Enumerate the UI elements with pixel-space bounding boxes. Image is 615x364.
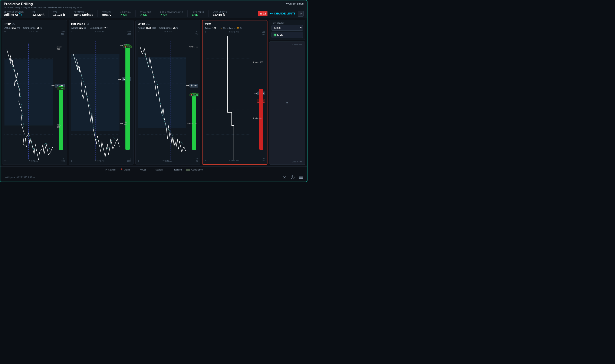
rop-unit: ft/h bbox=[12, 23, 15, 26]
alert-badge-button[interactable]: ⚠ 12 bbox=[258, 11, 268, 16]
svg-marker-40 bbox=[256, 93, 257, 94]
md-value: 12,420 ft bbox=[32, 13, 44, 16]
diffpress-actual-label: Actual: bbox=[71, 26, 78, 29]
live-label: LIVE bbox=[277, 33, 283, 36]
rpm-title: RPM bbox=[205, 23, 211, 26]
rop-chart-svg bbox=[4, 33, 53, 160]
svg-marker-28 bbox=[189, 46, 190, 48]
chart-panels: ROP ft/h Actual: 250 ft/h Compliance: 75… bbox=[2, 20, 267, 165]
rop-axis-max-top: 500 bbox=[62, 30, 65, 33]
rop-chart-main bbox=[4, 33, 53, 160]
settings-button[interactable]: ⚙ bbox=[298, 11, 304, 17]
wob-bar-col: Max.: 55 🏳 40 📍 bbox=[187, 33, 198, 160]
legend-predicted-label: Predicted bbox=[173, 169, 182, 171]
live-indicator bbox=[274, 34, 276, 36]
diffpress-actual-unit: psi bbox=[83, 27, 86, 29]
setpoint-source-label: Setpoint Source bbox=[4, 11, 24, 13]
diffpress-bar-axis-zero: 0 bbox=[130, 158, 131, 160]
wob-chart-svg bbox=[138, 33, 186, 160]
rpm-chart-main bbox=[205, 33, 250, 160]
hamburger-icon bbox=[299, 176, 303, 179]
tvd-stat: TVD 11,123 ft bbox=[53, 11, 65, 16]
rpm-chart-container: Max.: 100 🏳 80 bbox=[205, 33, 265, 160]
diffpress-time-bottom: 0 7:40:40 AM 1000 bbox=[71, 160, 131, 162]
wob-chart-wrapper: 0 7:35:40 AM 70 bbox=[138, 30, 198, 162]
rop-bar-axis-zero: 0 bbox=[63, 158, 64, 160]
diffpress-panel: Diff Press psi Actual: 825 psi Complianc… bbox=[69, 20, 134, 165]
activity-label: Activity bbox=[102, 11, 111, 13]
hamburger-menu-button[interactable] bbox=[298, 174, 304, 180]
stickslip-value: ON bbox=[140, 13, 151, 16]
legend-setpoint-line: Setpoint bbox=[150, 169, 163, 171]
svg-point-43 bbox=[284, 176, 285, 178]
rop-time-bottom: 0 7:40:40 AM 500 bbox=[4, 160, 65, 162]
rop-axis-zero-top: 0 bbox=[4, 30, 6, 33]
diffpress-compliance-unit: % bbox=[106, 27, 108, 29]
info-icon[interactable]: i bbox=[19, 13, 22, 16]
diffpress-title: Diff Press bbox=[71, 22, 85, 26]
vibration-stat: Vibration ON bbox=[120, 11, 131, 16]
wob-chart-container: Max.: 55 🏳 40 📍 bbox=[138, 33, 198, 160]
flag-legend-icon: 🏳 bbox=[105, 169, 107, 171]
svg-marker-30 bbox=[188, 85, 189, 86]
setpoint-source-stat: Setpoint Source Drilling AI i bbox=[4, 11, 24, 16]
diffpress-compliance-label: Compliance: bbox=[90, 26, 103, 29]
rop-bar-axis-max: 500 bbox=[61, 33, 64, 35]
setpoint-source-value: Drilling AI bbox=[4, 13, 18, 16]
legend-actual-line: Actual bbox=[135, 169, 146, 171]
wob-limit-max: Max.: 55 bbox=[190, 46, 198, 48]
menu-button[interactable]: ≡ bbox=[286, 101, 288, 105]
live-button[interactable]: LIVE bbox=[272, 32, 303, 38]
rop-title: ROP bbox=[4, 22, 11, 26]
diffpress-actual-badge: 📍 825 bbox=[123, 45, 131, 48]
rop-compliance-unit: % bbox=[40, 27, 42, 29]
tvd-label: TVD bbox=[53, 11, 65, 13]
rpm-stats: Actual: 160 ⚠ Compliance: 80 % bbox=[205, 27, 265, 30]
rop-limit-max: Max.: 450 bbox=[57, 46, 65, 50]
rop-bar-col: Max.: 450 🏳 325 bbox=[54, 33, 65, 160]
wob-time-row: 0 7:35:40 AM 70 bbox=[138, 30, 198, 33]
diffpress-bar-col: Max.: 925 🏳 850 � bbox=[120, 33, 131, 160]
rop-chart-wrapper: 0 7:35:40 AM 500 bbox=[4, 30, 65, 162]
wob-stats: Actual: 31.76 klbs Compliance: 75 % bbox=[138, 26, 198, 29]
diffpress-compliance-value: 77 bbox=[103, 26, 106, 29]
rpm-bar-axis-max: 150 bbox=[261, 33, 264, 36]
legend-actual-line-label: Actual bbox=[140, 169, 146, 171]
svg-marker-38 bbox=[253, 62, 254, 63]
gear-icon: ⚙ bbox=[300, 12, 302, 15]
svg-marker-42 bbox=[253, 117, 254, 119]
svg-marker-32 bbox=[189, 123, 190, 124]
divider1 bbox=[28, 11, 28, 17]
diffpress-actual-value: 825 bbox=[79, 26, 83, 29]
rop-time-row: 0 7:35:40 AM 500 bbox=[4, 30, 65, 33]
rop-time-end: 7:40:40 AM bbox=[29, 160, 39, 162]
rop-compliance-label: Compliance: bbox=[23, 26, 36, 29]
divider6 bbox=[135, 11, 136, 17]
company-name: Western Rose bbox=[286, 2, 304, 5]
user-icon-button[interactable] bbox=[282, 174, 288, 180]
rop-axis-zero-bot: 0 bbox=[4, 160, 6, 162]
change-limits-button[interactable]: ✏ CHANGE LIMITS bbox=[270, 12, 296, 15]
rpm-bar-axis-zero: 0 bbox=[263, 157, 264, 160]
warning-triangle-icon: ⚠ bbox=[220, 27, 222, 29]
formation-value: Bone Springs bbox=[74, 13, 93, 16]
user-icon bbox=[283, 175, 287, 179]
diffpress-time-row: 0 7:35:40 AM 1000 bbox=[71, 30, 131, 33]
rop-stats: Actual: 250 ft/h Compliance: 75 % bbox=[4, 26, 65, 29]
svg-marker-8 bbox=[54, 85, 54, 86]
pin-legend-icon: 📍 bbox=[120, 168, 123, 171]
help-icon-button[interactable]: ? bbox=[290, 174, 296, 180]
time-window-panel: Time Window 5 min 10 min 15 min 30 min 1… bbox=[269, 20, 305, 40]
rop-compliance-value: 75 bbox=[37, 26, 39, 29]
main-content: ROP ft/h Actual: 250 ft/h Compliance: 75… bbox=[0, 18, 307, 167]
rpm-panel: RPM Actual: 160 ⚠ Compliance: 80 % bbox=[202, 20, 267, 165]
setpoint-line-swatch bbox=[150, 170, 154, 170]
rpm-actual-value: 160 bbox=[212, 27, 216, 29]
rpm-bar-col: Max.: 100 🏳 80 bbox=[251, 33, 265, 160]
predictive-stat: Predictive Drilling ON bbox=[160, 11, 183, 16]
flag-icon2: 🏳 bbox=[123, 78, 125, 81]
rpm-side-timestamps: 7:35:40 AM ≡ 7:40:40 AM bbox=[269, 41, 305, 165]
wob-compliance-unit: % bbox=[176, 27, 178, 29]
time-window-select[interactable]: 5 min 10 min 15 min 30 min 1 hr bbox=[272, 25, 303, 31]
alert-triangle-icon: ⚠ bbox=[260, 12, 262, 15]
